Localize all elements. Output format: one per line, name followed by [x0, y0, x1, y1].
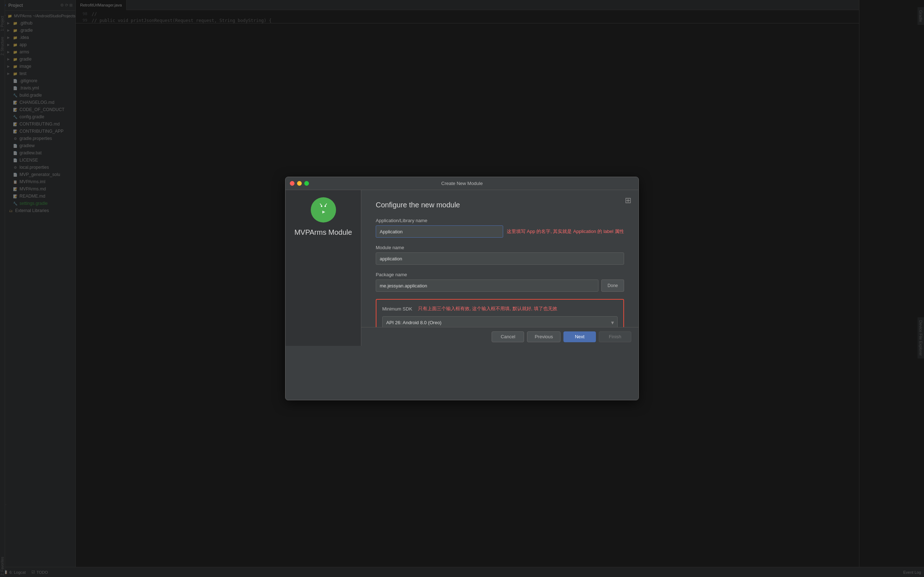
module-name-input[interactable]: [376, 253, 624, 265]
sdk-select-wrapper: API 26: Android 8.0 (Oreo) API 27: Andro…: [382, 316, 617, 329]
module-name-group: Module name: [376, 245, 624, 265]
module-icon: [311, 197, 336, 222]
modal-overlay: Create New Module: [0, 0, 924, 577]
module-title: MVPArms Module: [294, 228, 352, 237]
next-button[interactable]: Next: [564, 331, 596, 342]
svg-rect-7: [328, 209, 330, 214]
package-name-group: Package name Done: [376, 272, 624, 292]
sdk-label: Minimum SDK: [382, 306, 412, 311]
modal-titlebar: Create New Module: [286, 177, 638, 190]
app-lib-name-group: Application/Library name 这里填写 App 的名字, 其…: [376, 218, 624, 238]
modal-footer: Cancel Previous Next Finish: [361, 327, 638, 346]
package-name-label: Package name: [376, 272, 624, 277]
modal-main-content: ⊞ Configure the new module Application/L…: [361, 190, 638, 346]
modal-sidebar: MVPArms Module: [286, 190, 361, 346]
maximize-button[interactable]: [304, 181, 309, 186]
sdk-hint: 只有上面三个输入框有效, 这个输入框不用填, 默认就好, 填了也无效: [418, 305, 557, 312]
ide-background: ▼ Project ⚙ ⟳ ⊞ ▼ 📁 MVPArms ~/AndroidStu…: [0, 0, 924, 577]
create-module-modal: Create New Module: [285, 177, 639, 400]
package-name-input[interactable]: [376, 279, 598, 292]
app-lib-name-hint: 这里填写 App 的名字, 其实就是 Application 的 label 属…: [507, 228, 624, 235]
package-name-row: Done: [376, 279, 624, 292]
svg-rect-8: [321, 215, 323, 218]
finish-button[interactable]: Finish: [599, 331, 631, 342]
cancel-button[interactable]: Cancel: [492, 331, 524, 342]
section-title: Configure the new module: [376, 201, 624, 209]
previous-button[interactable]: Previous: [527, 331, 561, 342]
app-lib-name-input-row: 这里填写 App 的名字, 其实就是 Application 的 label 属…: [376, 226, 624, 238]
app-lib-name-input[interactable]: [376, 226, 503, 238]
sdk-select[interactable]: API 26: Android 8.0 (Oreo) API 27: Andro…: [382, 316, 617, 329]
close-button[interactable]: [290, 181, 294, 186]
grid-view-icon[interactable]: ⊞: [625, 196, 631, 205]
modal-body: MVPArms Module ⊞ Configure the new modul…: [286, 190, 638, 346]
minimize-button[interactable]: [297, 181, 302, 186]
modal-title: Create New Module: [441, 181, 483, 186]
app-lib-name-label: Application/Library name: [376, 218, 624, 223]
sdk-header: Minimum SDK 只有上面三个输入框有效, 这个输入框不用填, 默认就好,…: [382, 305, 617, 312]
android-icon: [314, 201, 333, 219]
window-controls: [290, 181, 309, 186]
svg-rect-6: [317, 209, 319, 214]
module-name-label: Module name: [376, 245, 624, 250]
done-button[interactable]: Done: [601, 279, 624, 292]
svg-rect-9: [324, 215, 326, 218]
